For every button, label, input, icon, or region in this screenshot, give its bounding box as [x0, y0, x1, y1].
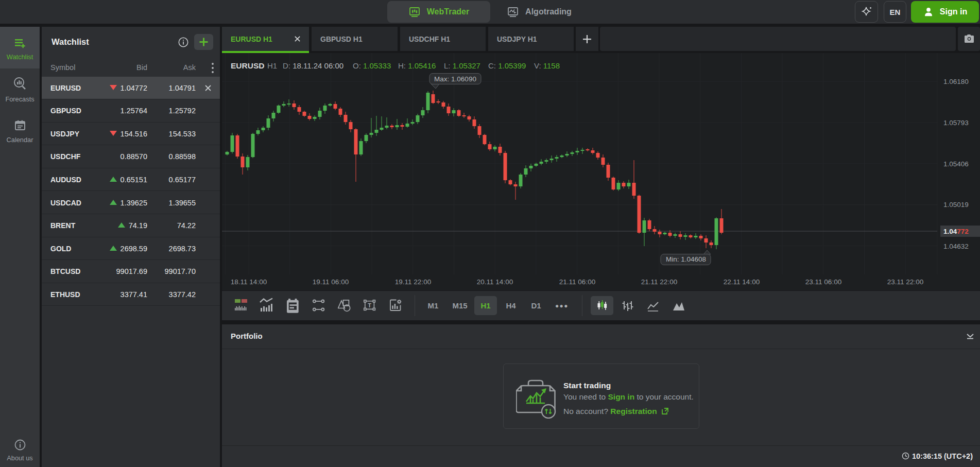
svg-text:EURUSD: EURUSD [231, 61, 264, 70]
svg-text:Max: 1.06090: Max: 1.06090 [434, 75, 476, 83]
svg-text:D: 18.11.24 06:00: D: 18.11.24 06:00 [283, 61, 343, 70]
svg-text:1.05019: 1.05019 [943, 201, 969, 209]
svg-text:T: T [368, 302, 371, 308]
svg-text:18.11 14:00: 18.11 14:00 [231, 278, 267, 286]
svg-text:1.04632: 1.04632 [943, 243, 969, 250]
svg-text:1.05406: 1.05406 [943, 160, 969, 168]
svg-text:H1: H1 [267, 61, 277, 70]
svg-text:23.11 22:00: 23.11 22:00 [887, 278, 923, 286]
svg-text:1.04772: 1.04772 [943, 228, 969, 235]
svg-text:21.11 22:00: 21.11 22:00 [641, 278, 677, 286]
svg-text:O: 1.05333: O: 1.05333 [353, 61, 391, 70]
svg-text:C: 1.05399: C: 1.05399 [488, 61, 526, 70]
svg-text:21.11 06:00: 21.11 06:00 [559, 278, 595, 286]
svg-text:V: 1158: V: 1158 [534, 61, 560, 70]
svg-text:1.05793: 1.05793 [943, 119, 969, 127]
svg-text:1.06180: 1.06180 [943, 78, 969, 85]
svg-text:Min: 1.04608: Min: 1.04608 [666, 255, 706, 263]
svg-text:22.11 14:00: 22.11 14:00 [724, 278, 760, 286]
svg-text:19.11 06:00: 19.11 06:00 [313, 278, 349, 286]
svg-text:19.11 22:00: 19.11 22:00 [395, 278, 431, 286]
svg-text:L: 1.05327: L: 1.05327 [444, 61, 480, 70]
svg-text:23.11 06:00: 23.11 06:00 [805, 278, 841, 286]
svg-text:20.11 14:00: 20.11 14:00 [477, 278, 513, 286]
svg-text:H: 1.05416: H: 1.05416 [398, 61, 436, 70]
